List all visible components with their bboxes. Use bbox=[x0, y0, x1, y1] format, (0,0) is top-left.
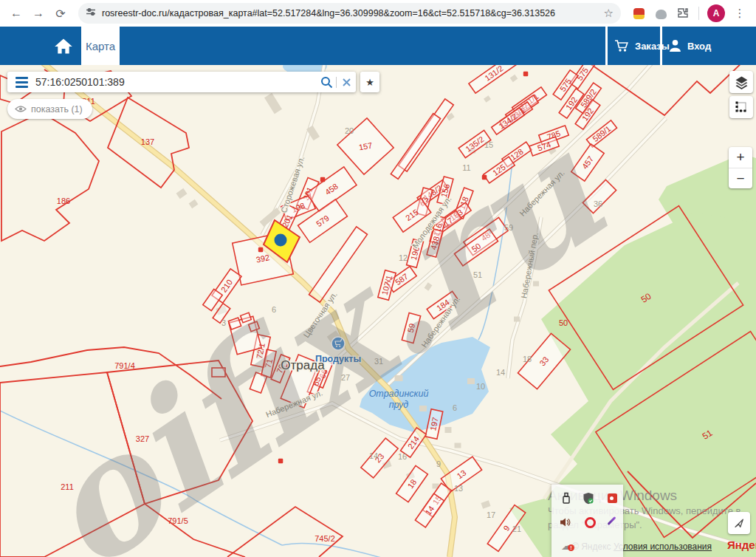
extension-1-icon[interactable] bbox=[628, 2, 649, 24]
house-number: 16 bbox=[398, 452, 407, 461]
search-bar bbox=[7, 72, 356, 92]
house-number: 10 bbox=[476, 382, 485, 391]
cart-icon bbox=[614, 39, 629, 52]
cloud-sync-icon: ☁! bbox=[561, 539, 572, 553]
house-number: 17 bbox=[487, 510, 495, 519]
layers-button[interactable] bbox=[729, 71, 753, 93]
measure-area-button[interactable] bbox=[729, 96, 753, 118]
house-icon bbox=[523, 72, 529, 77]
terms-of-use-link[interactable]: Условия использования bbox=[614, 541, 712, 552]
menu-burger-icon[interactable] bbox=[7, 72, 35, 92]
house-number: 21 bbox=[512, 524, 521, 533]
login-button[interactable]: Вход bbox=[669, 27, 711, 65]
orders-button[interactable]: Заказы bbox=[614, 27, 670, 65]
profile-avatar[interactable]: A bbox=[707, 4, 725, 22]
house-number: 14 bbox=[496, 368, 505, 377]
zoom-out-button[interactable]: − bbox=[729, 168, 752, 188]
back-icon[interactable]: ← bbox=[6, 2, 27, 24]
layers-icon bbox=[735, 75, 749, 89]
house-number: 13 bbox=[454, 484, 463, 493]
house-number: 14 bbox=[369, 451, 378, 460]
geolocation-button[interactable] bbox=[728, 512, 750, 534]
zoom-control: + − bbox=[729, 147, 752, 188]
home-icon bbox=[54, 38, 73, 55]
forward-icon[interactable]: → bbox=[28, 2, 49, 24]
map-canvas[interactable]: 391198201458579392157131/2131/1187133/11… bbox=[0, 65, 756, 557]
opera-icon bbox=[585, 517, 596, 528]
volume-icon bbox=[560, 517, 571, 530]
geolocation-arrow-icon bbox=[733, 517, 745, 529]
site-info-icon[interactable] bbox=[86, 7, 96, 20]
eye-icon bbox=[15, 105, 27, 113]
user-icon bbox=[669, 39, 681, 52]
home-button[interactable] bbox=[46, 27, 81, 65]
building bbox=[419, 406, 427, 411]
building bbox=[455, 443, 461, 448]
bookmark-star-icon[interactable]: ☆ bbox=[604, 7, 614, 20]
extensions-puzzle-icon[interactable] bbox=[673, 2, 693, 24]
show-results-label: показать (1) bbox=[31, 104, 83, 115]
selected-parcel-marker bbox=[275, 234, 287, 247]
extension-2-icon[interactable] bbox=[650, 2, 671, 24]
browser-toolbar: ← → ⟳ rosreestr-doc.ru/кадастровая_карта… bbox=[0, 0, 756, 27]
parcel-number: 137 bbox=[141, 137, 154, 146]
url-text[interactable]: rosreestr-doc.ru/кадастровая_карта#lat=5… bbox=[102, 8, 598, 18]
house-number: 6 bbox=[453, 403, 457, 412]
toolbar-divider bbox=[698, 7, 699, 20]
address-bar[interactable]: rosreestr-doc.ru/кадастровая_карта#lat=5… bbox=[78, 3, 621, 24]
show-results-button[interactable]: показать (1) bbox=[7, 99, 92, 119]
nav-divider bbox=[605, 27, 608, 65]
house-number: 18 bbox=[523, 355, 532, 363]
building bbox=[445, 427, 452, 433]
menu-kebab-icon[interactable]: ⋮ bbox=[729, 2, 750, 24]
search-icon[interactable] bbox=[317, 72, 336, 92]
parcel-number: 745/2 bbox=[315, 534, 335, 543]
tab-map[interactable]: Карта bbox=[81, 27, 120, 65]
favorites-button[interactable]: ★ bbox=[360, 72, 379, 92]
zoom-in-button[interactable]: + bbox=[729, 147, 752, 168]
parcel-number: 50 bbox=[559, 318, 568, 327]
house-number: 9 bbox=[436, 459, 441, 468]
house-icon bbox=[258, 247, 264, 253]
usb-device-icon bbox=[561, 492, 571, 508]
system-tray-popup: ☁! bbox=[551, 485, 623, 557]
house-number: 20 bbox=[345, 126, 354, 135]
clear-search-icon[interactable] bbox=[337, 72, 356, 92]
pen-tool-icon bbox=[607, 516, 616, 525]
yandex-logo[interactable]: Яндекс bbox=[727, 539, 756, 551]
building bbox=[467, 378, 475, 384]
orders-label: Заказы bbox=[635, 41, 670, 52]
login-label: Вход bbox=[687, 41, 711, 52]
parcel-number: 186 bbox=[57, 197, 70, 205]
search-input[interactable] bbox=[35, 76, 317, 88]
reload-icon[interactable]: ⟳ bbox=[50, 2, 71, 24]
measure-area-icon bbox=[735, 100, 748, 114]
red-app-icon bbox=[608, 493, 617, 503]
house-icon bbox=[320, 177, 326, 182]
defender-shield-icon bbox=[583, 492, 594, 508]
